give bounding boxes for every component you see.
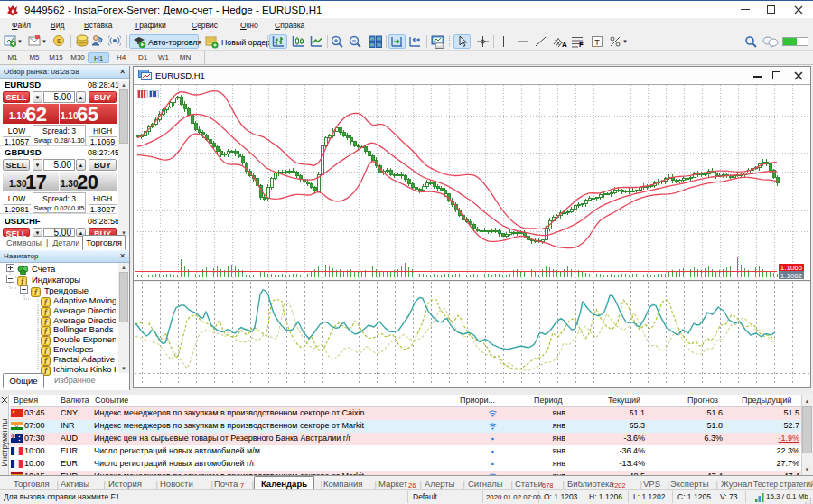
svg-text:A: A — [562, 41, 567, 48]
svg-text:T: T — [594, 38, 600, 47]
svg-text:$: $ — [57, 37, 61, 45]
svg-text:1.1062: 1.1062 — [780, 272, 803, 280]
svg-text:F: F — [579, 41, 584, 48]
